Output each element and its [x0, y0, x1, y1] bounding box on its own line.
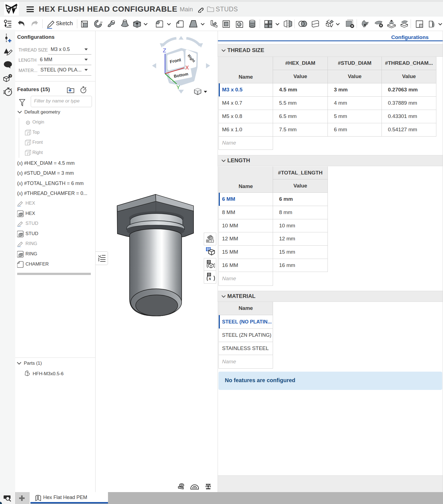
svg-text:x: x	[208, 276, 211, 281]
svg-text:X: X	[185, 65, 189, 71]
svg-text:?: ?	[9, 74, 11, 78]
svg-text:Y: Y	[176, 84, 180, 90]
svg-text:Z: Z	[163, 47, 166, 53]
